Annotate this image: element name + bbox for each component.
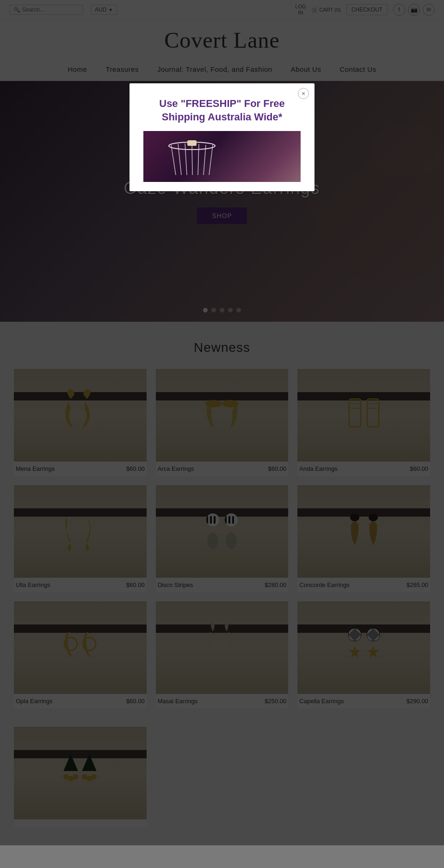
jewelry-decoration-icon bbox=[162, 140, 278, 177]
modal-close-button[interactable]: × bbox=[298, 88, 309, 99]
svg-rect-8 bbox=[187, 140, 197, 146]
svg-line-6 bbox=[209, 145, 213, 175]
svg-line-4 bbox=[198, 144, 199, 175]
svg-line-2 bbox=[185, 144, 187, 175]
modal-title: Use "FREESHIP" For Free Shipping Austral… bbox=[143, 97, 301, 124]
svg-line-3 bbox=[192, 144, 192, 175]
modal-box: × Use "FREESHIP" For Free Shipping Austr… bbox=[130, 83, 314, 191]
modal-image bbox=[143, 131, 301, 182]
svg-line-0 bbox=[171, 145, 176, 175]
modal-overlay: × Use "FREESHIP" For Free Shipping Austr… bbox=[0, 0, 444, 845]
close-icon: × bbox=[302, 90, 305, 97]
